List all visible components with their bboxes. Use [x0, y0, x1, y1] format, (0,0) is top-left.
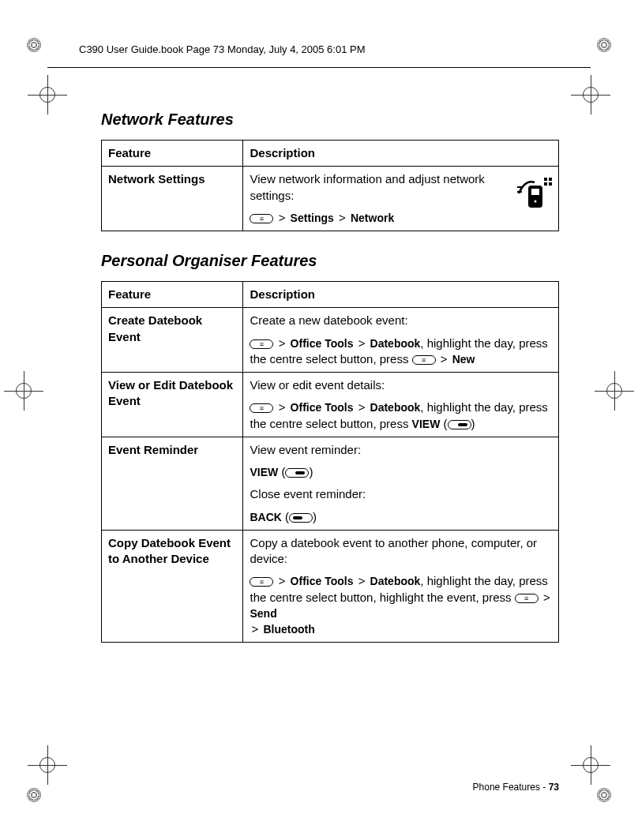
path-send: Send — [250, 607, 276, 620]
description-text: Copy a datebook event to another phone, … — [250, 535, 552, 568]
description-text: Create a new datebook event: — [250, 313, 552, 328]
page-header: C390 User Guide.book Page 73 Monday, Jul… — [79, 43, 559, 55]
menu-path: > Office Tools > Datebook, highlight the… — [250, 399, 552, 432]
svg-rect-3 — [544, 178, 547, 181]
description-text2: Close event reminder: — [250, 486, 552, 502]
menu-path: BACK () — [250, 509, 552, 525]
feature-description: Create a new datebook event: > Office To… — [243, 308, 559, 373]
menu-key-icon — [250, 214, 273, 223]
separator: > — [279, 574, 286, 587]
right-softkey-icon — [285, 468, 309, 478]
svg-rect-1 — [531, 189, 539, 195]
path-bluetooth: Bluetooth — [263, 623, 314, 636]
menu-key-icon — [515, 594, 539, 603]
svg-point-2 — [535, 201, 537, 203]
svg-rect-6 — [549, 182, 552, 186]
left-softkey-icon — [289, 513, 313, 523]
menu-path: > Settings > Network — [250, 210, 552, 226]
section-title-network: Network Features — [101, 111, 559, 129]
table-header-row: Feature Description — [102, 282, 559, 308]
table-row: Network Settings View networ — [102, 167, 559, 231]
header-rule — [47, 67, 591, 68]
path-office: Office Tools — [291, 337, 354, 350]
crop-mark — [27, 788, 41, 802]
right-softkey-icon — [448, 420, 471, 429]
paren-open: ( — [444, 417, 448, 430]
feature-description: View event reminder: VIEW () Close event… — [243, 437, 559, 530]
menu-key-icon — [250, 403, 273, 413]
separator: > — [358, 574, 366, 587]
description-text: View or edit event details: — [250, 377, 552, 393]
paren-close: ) — [313, 510, 317, 523]
path-office: Office Tools — [291, 401, 354, 414]
page-footer: Phone Features - 73 — [473, 782, 559, 793]
paren-close: ) — [309, 465, 313, 478]
separator: > — [279, 336, 286, 350]
menu-path: > Office Tools > Datebook, highlight the… — [250, 336, 552, 368]
network-icon — [512, 171, 554, 212]
separator: > — [441, 352, 448, 366]
feature-name: Create Datebook Event — [102, 308, 243, 373]
separator: > — [279, 211, 286, 224]
feature-description: View or edit event details: > Office Too… — [243, 373, 559, 437]
path-datebook: Datebook — [370, 575, 421, 587]
crop-mark — [27, 38, 41, 52]
view-label: VIEW — [412, 418, 441, 430]
feature-name: Network Settings — [102, 167, 243, 231]
paren-close: ) — [471, 417, 475, 430]
feature-name: View or Edit Datebook Event — [102, 373, 243, 437]
crop-mark — [597, 38, 611, 52]
organiser-features-table: Feature Description Create Datebook Even… — [101, 281, 559, 643]
path-datebook: Datebook — [370, 337, 421, 350]
separator: > — [543, 591, 550, 604]
svg-rect-4 — [549, 178, 552, 181]
svg-rect-5 — [544, 182, 547, 186]
path-network: Network — [351, 212, 394, 224]
crop-mark — [597, 788, 611, 802]
separator: > — [358, 400, 366, 414]
feature-name: Copy Datebook Event to Another Device — [102, 530, 243, 643]
menu-path: > Office Tools > Datebook, highlight the… — [250, 573, 552, 637]
path-office: Office Tools — [291, 575, 354, 587]
footer-label: Phone Features - — [473, 782, 549, 793]
menu-path: VIEW () — [250, 464, 552, 480]
separator: > — [279, 400, 286, 414]
menu-key-icon — [250, 339, 273, 349]
feature-description: View network information and adjust netw… — [243, 167, 559, 231]
description-text: View network information and adjust netw… — [250, 171, 552, 204]
network-features-table: Feature Description Network Settings — [101, 140, 559, 231]
feature-description: Copy a datebook event to another phone, … — [243, 530, 559, 643]
table-row: View or Edit Datebook Event View or edit… — [102, 373, 559, 437]
table-row: Create Datebook Event Create a new dateb… — [102, 308, 559, 373]
back-label: BACK — [250, 511, 281, 523]
path-new: New — [452, 353, 475, 366]
column-header-feature: Feature — [102, 282, 243, 308]
separator: > — [339, 211, 346, 224]
description-text: View event reminder: — [250, 442, 552, 458]
page-content: Network Features Feature Description Net… — [101, 103, 559, 777]
path-datebook: Datebook — [370, 401, 421, 414]
page-number: 73 — [549, 782, 559, 793]
column-header-description: Description — [243, 282, 559, 308]
column-header-description: Description — [243, 141, 559, 167]
separator: > — [251, 622, 258, 636]
feature-name: Event Reminder — [102, 437, 243, 530]
column-header-feature: Feature — [102, 141, 243, 167]
table-row: Event Reminder View event reminder: VIEW… — [102, 437, 559, 530]
table-row: Copy Datebook Event to Another Device Co… — [102, 530, 559, 643]
menu-key-icon — [412, 355, 436, 365]
table-header-row: Feature Description — [102, 141, 559, 167]
menu-key-icon — [250, 577, 273, 587]
section-title-organiser: Personal Organiser Features — [101, 252, 559, 270]
path-settings: Settings — [291, 212, 334, 224]
view-label: VIEW — [250, 466, 278, 478]
separator: > — [358, 336, 366, 350]
